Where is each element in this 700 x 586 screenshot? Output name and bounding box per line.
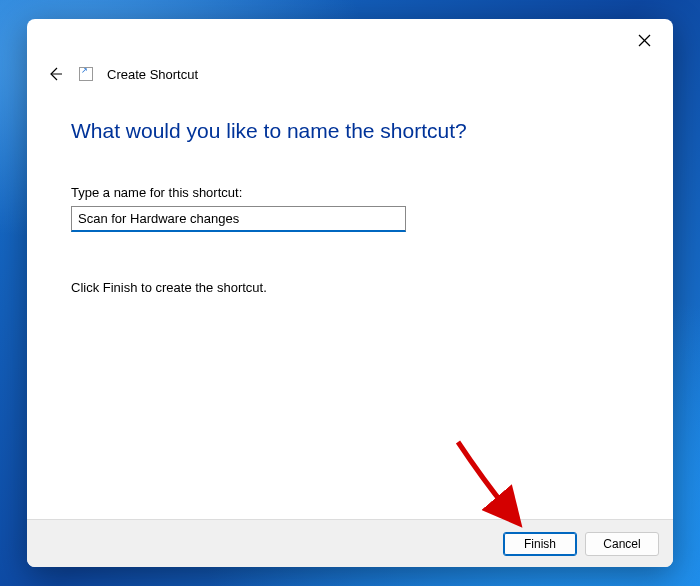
finish-button[interactable]: Finish <box>503 532 577 556</box>
shortcut-icon <box>79 67 93 81</box>
shortcut-name-label: Type a name for this shortcut: <box>71 185 629 200</box>
cancel-button[interactable]: Cancel <box>585 532 659 556</box>
back-button[interactable] <box>45 64 65 84</box>
close-icon <box>638 34 651 47</box>
dialog-title: Create Shortcut <box>107 67 198 82</box>
dialog-header: Create Shortcut <box>27 51 673 87</box>
dialog-footer: Finish Cancel <box>27 519 673 567</box>
create-shortcut-dialog: Create Shortcut What would you like to n… <box>27 19 673 567</box>
back-arrow-icon <box>47 66 63 82</box>
dialog-heading: What would you like to name the shortcut… <box>71 119 629 143</box>
shortcut-name-input[interactable] <box>71 206 406 232</box>
instruction-text: Click Finish to create the shortcut. <box>71 280 629 295</box>
dialog-titlebar <box>27 19 673 51</box>
dialog-body: What would you like to name the shortcut… <box>27 87 673 519</box>
